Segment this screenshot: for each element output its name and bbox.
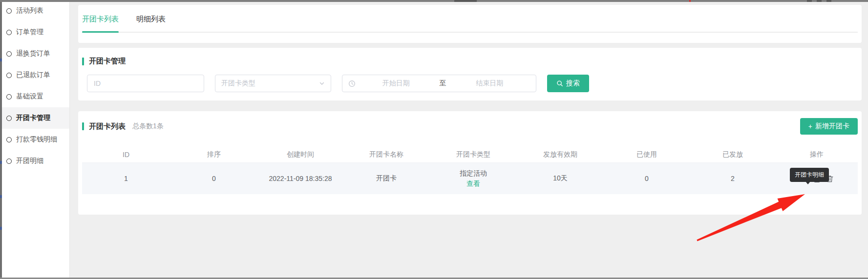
- column-header-validity: 发放有效期: [517, 150, 604, 159]
- circle-bullet-icon: [6, 94, 12, 100]
- id-input[interactable]: [87, 75, 204, 92]
- sidebar-item-group-card-management[interactable]: 开团卡管理: [2, 107, 69, 129]
- total-count-label: 总条数1条: [132, 122, 164, 131]
- edge-artifact: [0, 195, 2, 198]
- table-section-title: 开团卡列表: [82, 122, 126, 131]
- sidebar-item-payment-change-detail[interactable]: 打款零钱明细: [2, 129, 69, 150]
- sidebar-item-label: 开团明细: [16, 157, 43, 165]
- add-group-card-button[interactable]: + 新增开团卡: [800, 118, 858, 135]
- view-link[interactable]: 查看: [430, 179, 517, 189]
- sidebar-item-label: 订单管理: [16, 28, 43, 37]
- tab-label: 明细列表: [136, 15, 166, 23]
- circle-bullet-icon: [6, 137, 12, 142]
- column-header-sort: 排序: [170, 150, 258, 159]
- table-header-row: ID 排序 创建时间 开团卡名称 开团卡类型 发放有效期 已使用 已发放 操作: [82, 146, 858, 163]
- sidebar-item-label: 活动列表: [16, 6, 43, 15]
- circle-bullet-icon: [6, 30, 12, 35]
- edge-artifact: [826, 0, 831, 2]
- edge-artifact: [0, 227, 2, 230]
- sidebar-item-label: 开团卡管理: [16, 114, 50, 122]
- edge-artifact-red: [689, 0, 691, 2]
- edge-artifact: [807, 0, 812, 2]
- main-content: 开团卡列表 明细列表 开团卡管理 开团卡类型: [70, 2, 868, 278]
- date-separator: 至: [437, 79, 449, 88]
- column-header-name: 开团卡名称: [343, 150, 430, 159]
- cell-type: 指定活动 查看: [430, 168, 517, 189]
- table-topbar: 开团卡列表 总条数1条 + 新增开团卡: [82, 118, 858, 135]
- sidebar-item-activity-list[interactable]: 活动列表: [2, 0, 69, 21]
- date-range-picker[interactable]: 开始日期 至 结束日期: [342, 75, 536, 92]
- column-header-actions: 操作: [776, 150, 858, 159]
- tooltip-group-card-detail: 开团卡明细: [790, 168, 829, 182]
- sidebar-item-order-management[interactable]: 订单管理: [2, 21, 69, 43]
- card-type-select-placeholder: 开团卡类型: [221, 79, 319, 88]
- circle-bullet-icon: [6, 8, 12, 14]
- title-accent-bar: [82, 58, 84, 65]
- title-accent-bar: [82, 122, 84, 130]
- cell-id: 1: [82, 175, 170, 182]
- cell-sort: 0: [170, 175, 258, 182]
- card-type-select[interactable]: 开团卡类型: [215, 75, 331, 92]
- table-card: 开团卡列表 总条数1条 + 新增开团卡 ID 排序 创建时间 开团卡名称 开团卡…: [78, 111, 862, 215]
- tab-label: 开团卡列表: [82, 15, 119, 23]
- search-button-label: 搜索: [566, 79, 580, 88]
- table-title-group: 开团卡列表 总条数1条: [82, 122, 164, 131]
- filter-card: 开团卡管理 开团卡类型 开始日期 至 结束日期: [78, 48, 862, 100]
- edge-artifact: [817, 0, 822, 2]
- tooltip-text: 开团卡明细: [795, 171, 824, 178]
- cell-used: 0: [604, 175, 690, 182]
- column-header-type: 开团卡类型: [430, 150, 517, 159]
- circle-bullet-icon: [6, 73, 12, 78]
- sidebar-item-group-detail[interactable]: 开团明细: [2, 150, 69, 172]
- search-icon: [556, 80, 563, 87]
- sidebar-item-label: 基础设置: [16, 92, 43, 101]
- top-edge-strip: [0, 0, 868, 2]
- search-button[interactable]: 搜索: [547, 75, 589, 92]
- circle-bullet-icon: [6, 116, 12, 121]
- circle-bullet-icon: [6, 159, 12, 164]
- column-header-created: 创建时间: [258, 150, 343, 159]
- tab-bar: 开团卡列表 明细列表: [82, 12, 858, 33]
- add-button-label: 新增开团卡: [815, 122, 849, 131]
- plus-icon: +: [808, 122, 812, 130]
- cell-created: 2022-11-09 18:35:28: [258, 175, 343, 182]
- table-row: 1 0 2022-11-09 18:35:28 开团卡 指定活动 查看 10天 …: [82, 163, 858, 194]
- date-start-placeholder: 开始日期: [356, 79, 437, 88]
- column-header-issued: 已发放: [690, 150, 776, 159]
- tab-group-card-list[interactable]: 开团卡列表: [82, 12, 119, 32]
- filter-row: 开团卡类型 开始日期 至 结束日期: [82, 75, 858, 92]
- tab-detail-list[interactable]: 明细列表: [136, 12, 166, 32]
- cell-type-text: 指定活动: [430, 168, 517, 179]
- sidebar-item-label: 退换货订单: [16, 49, 50, 58]
- edge-artifact: [0, 59, 2, 61]
- filter-title-text: 开团卡管理: [89, 57, 126, 66]
- cell-issued: 2: [690, 175, 776, 182]
- clock-icon: [348, 80, 356, 87]
- cell-validity: 10天: [517, 174, 604, 183]
- filter-section-title: 开团卡管理: [82, 57, 858, 66]
- column-header-id: ID: [82, 151, 170, 159]
- table-title-text: 开团卡列表: [89, 122, 126, 131]
- chevron-down-icon: [319, 80, 325, 86]
- sidebar-item-label: 已退款订单: [16, 71, 50, 80]
- column-header-used: 已使用: [604, 150, 690, 159]
- edge-artifact: [454, 0, 477, 2]
- edge-artifact: [0, 161, 2, 164]
- sidebar-item-basic-settings[interactable]: 基础设置: [2, 86, 69, 107]
- sidebar-item-refunded-orders[interactable]: 已退款订单: [2, 64, 69, 86]
- screen: 活动列表 订单管理 退换货订单 已退款订单 基础设置 开团卡管理 打款零钱明细: [0, 0, 868, 279]
- cell-name: 开团卡: [343, 174, 430, 183]
- sidebar: 活动列表 订单管理 退换货订单 已退款订单 基础设置 开团卡管理 打款零钱明细: [0, 0, 70, 278]
- left-edge-strip: [0, 0, 2, 279]
- tabs-card: 开团卡列表 明细列表: [78, 5, 862, 43]
- circle-bullet-icon: [6, 51, 12, 57]
- sidebar-item-label: 打款零钱明细: [16, 135, 57, 144]
- date-end-placeholder: 结束日期: [449, 79, 530, 88]
- sidebar-item-return-orders[interactable]: 退换货订单: [2, 43, 69, 64]
